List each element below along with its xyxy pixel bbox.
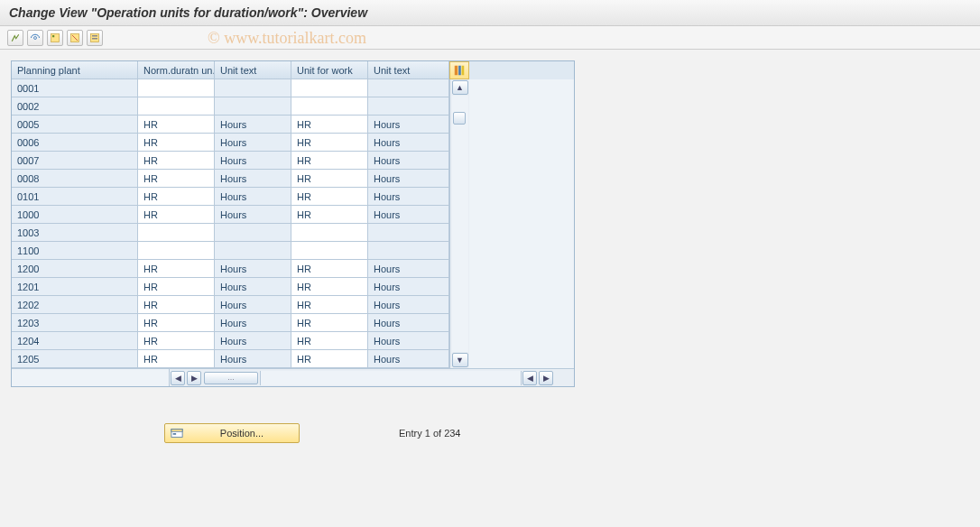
cell-planning-plant[interactable]: 1000 — [12, 206, 138, 224]
table-row[interactable]: 1201HRHoursHRHours — [12, 278, 449, 296]
scroll-track-vertical[interactable] — [452, 96, 468, 352]
scroll-thumb-vertical[interactable] — [453, 112, 466, 125]
cell-unit-for-work[interactable]: HR — [291, 116, 368, 134]
cell-unit-for-work[interactable]: HR — [291, 152, 368, 170]
column-header-planning-plant[interactable]: Planning plant — [12, 61, 138, 79]
cell-norm-duration-unit[interactable]: HR — [138, 278, 215, 296]
table-row[interactable]: 1000HRHoursHRHours — [12, 206, 449, 224]
table-row[interactable]: 1203HRHoursHRHours — [12, 314, 449, 332]
cell-unit-for-work[interactable]: HR — [291, 170, 368, 188]
cell-planning-plant[interactable]: 0005 — [12, 116, 138, 134]
cell-unit-text-1[interactable]: Hours — [215, 152, 291, 170]
scroll-down-button[interactable]: ▼ — [452, 353, 468, 367]
cell-norm-duration-unit[interactable]: HR — [138, 170, 215, 188]
cell-unit-text-1[interactable] — [215, 79, 291, 97]
cell-unit-text-2[interactable]: Hours — [368, 116, 449, 134]
cell-unit-text-1[interactable]: Hours — [215, 134, 291, 152]
cell-planning-plant[interactable]: 0101 — [12, 188, 138, 206]
cell-planning-plant[interactable]: 0007 — [12, 152, 138, 170]
cell-norm-duration-unit[interactable] — [138, 224, 215, 242]
cell-norm-duration-unit[interactable]: HR — [138, 134, 215, 152]
cell-unit-text-2[interactable]: Hours — [368, 332, 449, 350]
toolbar-settings-button[interactable] — [87, 30, 103, 46]
cell-unit-for-work[interactable] — [291, 224, 368, 242]
scroll-right-button[interactable]: ▶ — [187, 371, 201, 385]
table-row[interactable]: 0008HRHoursHRHours — [12, 170, 449, 188]
cell-unit-text-2[interactable]: Hours — [368, 296, 449, 314]
cell-planning-plant[interactable]: 1203 — [12, 314, 138, 332]
cell-unit-text-2[interactable]: Hours — [368, 314, 449, 332]
cell-norm-duration-unit[interactable]: HR — [138, 350, 215, 368]
column-header-unit-text-2[interactable]: Unit text — [368, 61, 449, 79]
position-button[interactable]: Position... — [164, 423, 300, 443]
table-row[interactable]: 1100 — [12, 242, 449, 260]
cell-norm-duration-unit[interactable]: HR — [138, 314, 215, 332]
cell-unit-for-work[interactable] — [291, 79, 368, 97]
column-header-unit-for-work[interactable]: Unit for work — [291, 61, 368, 79]
cell-norm-duration-unit[interactable]: HR — [138, 332, 215, 350]
cell-unit-text-1[interactable]: Hours — [215, 314, 291, 332]
cell-unit-for-work[interactable] — [291, 242, 368, 260]
cell-planning-plant[interactable]: 0006 — [12, 134, 138, 152]
cell-planning-plant[interactable]: 1200 — [12, 260, 138, 278]
cell-unit-text-1[interactable] — [215, 97, 291, 116]
cell-unit-for-work[interactable]: HR — [291, 350, 368, 368]
toolbar-change-button[interactable] — [27, 30, 43, 46]
scroll-left-end-button[interactable]: ◀ — [522, 371, 537, 385]
cell-planning-plant[interactable]: 1205 — [12, 350, 138, 368]
grid-config-button[interactable] — [449, 61, 469, 79]
cell-unit-for-work[interactable]: HR — [291, 260, 368, 278]
cell-unit-for-work[interactable]: HR — [291, 296, 368, 314]
cell-unit-for-work[interactable] — [291, 97, 368, 116]
cell-norm-duration-unit[interactable] — [138, 97, 215, 116]
cell-unit-text-1[interactable] — [215, 242, 291, 260]
table-row[interactable]: 0005HRHoursHRHours — [12, 116, 449, 134]
scroll-left-button[interactable]: ◀ — [171, 371, 185, 385]
cell-unit-text-2[interactable] — [368, 224, 449, 242]
cell-unit-text-1[interactable] — [215, 224, 291, 242]
table-row[interactable]: 0006HRHoursHRHours — [12, 134, 449, 152]
cell-norm-duration-unit[interactable]: HR — [138, 206, 215, 224]
scroll-up-button[interactable]: ▲ — [452, 80, 468, 95]
cell-unit-for-work[interactable]: HR — [291, 188, 368, 206]
cell-unit-text-2[interactable] — [368, 97, 449, 116]
table-row[interactable]: 0101HRHoursHRHours — [12, 188, 449, 206]
cell-planning-plant[interactable]: 1003 — [12, 224, 138, 242]
cell-planning-plant[interactable]: 0002 — [12, 97, 138, 116]
cell-unit-text-2[interactable] — [368, 242, 449, 260]
table-row[interactable]: 1202HRHoursHRHours — [12, 296, 449, 314]
cell-unit-text-2[interactable]: Hours — [368, 152, 449, 170]
cell-planning-plant[interactable]: 1201 — [12, 278, 138, 296]
cell-norm-duration-unit[interactable]: HR — [138, 296, 215, 314]
scroll-right-end-button[interactable]: ▶ — [539, 371, 553, 385]
cell-unit-text-2[interactable]: Hours — [368, 350, 449, 368]
cell-unit-text-2[interactable]: Hours — [368, 260, 449, 278]
cell-unit-text-1[interactable]: Hours — [215, 350, 291, 368]
cell-unit-for-work[interactable]: HR — [291, 206, 368, 224]
cell-unit-for-work[interactable]: HR — [291, 314, 368, 332]
table-row[interactable]: 0001 — [12, 79, 449, 97]
cell-planning-plant[interactable]: 1202 — [12, 296, 138, 314]
cell-unit-text-2[interactable]: Hours — [368, 170, 449, 188]
cell-unit-text-2[interactable]: Hours — [368, 278, 449, 296]
cell-planning-plant[interactable]: 0008 — [12, 170, 138, 188]
table-row[interactable]: 0002 — [12, 97, 449, 116]
table-row[interactable]: 1003 — [12, 224, 449, 242]
table-row[interactable]: 1205HRHoursHRHours — [12, 350, 449, 368]
cell-planning-plant[interactable]: 1100 — [12, 242, 138, 260]
scroll-track-horizontal[interactable] — [260, 371, 522, 385]
cell-norm-duration-unit[interactable] — [138, 242, 215, 260]
cell-norm-duration-unit[interactable]: HR — [138, 116, 215, 134]
cell-planning-plant[interactable]: 1204 — [12, 332, 138, 350]
column-header-unit-text-1[interactable]: Unit text — [215, 61, 291, 79]
cell-unit-for-work[interactable]: HR — [291, 278, 368, 296]
cell-unit-for-work[interactable]: HR — [291, 134, 368, 152]
cell-unit-text-1[interactable]: Hours — [215, 206, 291, 224]
cell-unit-text-2[interactable]: Hours — [368, 188, 449, 206]
table-row[interactable]: 1204HRHoursHRHours — [12, 332, 449, 350]
cell-unit-text-1[interactable]: Hours — [215, 278, 291, 296]
toolbar-select-all-button[interactable] — [47, 30, 63, 46]
cell-norm-duration-unit[interactable]: HR — [138, 260, 215, 278]
cell-norm-duration-unit[interactable] — [138, 79, 215, 97]
cell-unit-text-1[interactable]: Hours — [215, 260, 291, 278]
